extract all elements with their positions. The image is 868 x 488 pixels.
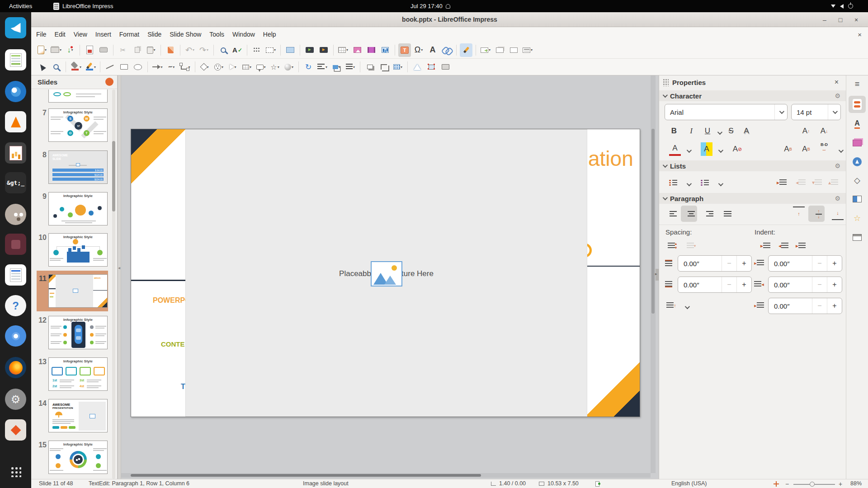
dropdown-arrow[interactable]: ▾	[489, 48, 491, 52]
stars-button[interactable]: ☆▾	[269, 60, 281, 74]
dropdown-arrow[interactable]: ▾	[222, 65, 223, 69]
dock-app-firefox[interactable]	[5, 357, 26, 378]
status-cursor-position[interactable]: 1.40 / 0.00	[499, 480, 526, 487]
tab-animation[interactable]: ☆	[851, 212, 863, 225]
underline-dropdown[interactable]	[713, 126, 725, 140]
insert-media-button[interactable]	[365, 43, 377, 57]
slide-thumbnail-9[interactable]: Infographic Style	[48, 192, 108, 225]
panel-grip-icon[interactable]	[663, 79, 669, 86]
dropdown-arrow[interactable]: ▾	[94, 65, 96, 69]
clone-formatting-button[interactable]	[164, 43, 177, 57]
zoom-in-button[interactable]: +	[839, 480, 842, 488]
redo-button[interactable]: ↷▾	[198, 43, 210, 57]
line-color-button[interactable]: ▾	[84, 60, 97, 74]
dropdown-arrow[interactable]: ▾	[401, 65, 402, 69]
slide-thumbnail-13[interactable]: Infographic Style 1st 3st 2st 4st	[48, 357, 108, 391]
zoom-slider-handle[interactable]	[810, 482, 815, 487]
crop-button[interactable]	[377, 60, 390, 74]
indent-after-increment[interactable]: +	[827, 277, 842, 292]
insert-image-button[interactable]	[351, 43, 363, 57]
decrease-font-size-button[interactable]: A↓	[818, 124, 830, 138]
dropdown-arrow[interactable]: ▾	[207, 48, 208, 52]
symbol-shapes-button[interactable]: ▾	[212, 60, 225, 74]
status-zoom-percent[interactable]: 88%	[850, 480, 862, 487]
start-from-first-slide-button[interactable]	[303, 43, 316, 57]
duplicate-slide-button[interactable]	[493, 43, 506, 57]
connectors-button[interactable]: ▾	[179, 60, 192, 74]
insert-line-button[interactable]	[104, 60, 116, 74]
tab-styles[interactable]: A	[851, 117, 863, 130]
dropdown-arrow[interactable]: ▾	[154, 48, 156, 52]
insert-table-button[interactable]: ▾	[337, 43, 349, 57]
underline-button[interactable]: U	[702, 124, 713, 138]
zoom-button[interactable]	[50, 60, 62, 74]
flowchart-button[interactable]: ▾	[241, 60, 253, 74]
slides-panel-splitter[interactable]: ◂	[118, 75, 121, 479]
fill-color-button[interactable]: ▾	[69, 60, 82, 74]
dock-app-impress-active[interactable]	[5, 142, 26, 164]
glue-points-button[interactable]	[425, 60, 438, 74]
status-layout-info[interactable]: Image slide layout	[303, 480, 349, 487]
dock-app-terminal[interactable]: &gt;_	[5, 172, 26, 193]
dropdown-arrow[interactable]: ▾	[346, 48, 348, 52]
paragraph-section-header[interactable]: Paragraph ⚙	[659, 193, 846, 204]
export-pdf-button[interactable]	[83, 43, 96, 57]
find-replace-button[interactable]	[217, 43, 230, 57]
zoom-out-button[interactable]: −	[785, 480, 789, 488]
horizontal-scrollbar-track[interactable]	[121, 473, 651, 478]
font-name-dropdown[interactable]	[774, 104, 787, 120]
dropdown-arrow[interactable]: ▾	[193, 48, 194, 52]
show-applications-button[interactable]	[5, 461, 26, 482]
select-button[interactable]	[36, 60, 48, 74]
menu-edit[interactable]: Edit	[51, 28, 70, 40]
menu-slide-show[interactable]: Slide Show	[165, 28, 205, 40]
character-section-header[interactable]: Character ⚙	[659, 90, 846, 101]
menu-format[interactable]: Format	[115, 28, 143, 40]
subscript-button[interactable]: AB	[800, 142, 812, 156]
spacing-below-increment[interactable]: +	[736, 277, 751, 292]
increase-font-size-button[interactable]: A↑	[800, 124, 812, 138]
dock-app-chromium[interactable]	[5, 325, 26, 347]
clear-formatting-button[interactable]: A⊘	[731, 142, 743, 156]
vertical-scrollbar-thumb[interactable]	[651, 129, 655, 314]
dropdown-arrow[interactable]: ▾	[60, 48, 61, 52]
font-size-dropdown[interactable]	[828, 104, 840, 120]
indent-before-increment[interactable]: +	[827, 256, 842, 271]
dock-app-gimp[interactable]	[5, 204, 26, 225]
dock-app-help[interactable]: ?	[5, 295, 26, 316]
shadow-button[interactable]: A	[741, 124, 752, 138]
slide-page[interactable]: ation POWERPO CONTE T Placeabb Your Pict…	[131, 129, 640, 417]
slides-panel-close-button[interactable]	[105, 78, 113, 86]
slide-thumbnail-11-selected[interactable]: ation	[48, 274, 108, 308]
dock-app-software[interactable]	[5, 419, 26, 441]
dropdown-arrow[interactable]: ▾	[292, 65, 293, 69]
special-character-button[interactable]: Ω▾	[412, 43, 425, 57]
callouts-button[interactable]: ▾	[255, 60, 267, 74]
dock-app-vscode[interactable]	[5, 17, 26, 38]
italic-button[interactable]: I	[685, 124, 697, 138]
menu-tools[interactable]: Tools	[205, 28, 228, 40]
lines-and-arrows-button[interactable]: ▾	[151, 60, 164, 74]
display-grid-button[interactable]	[250, 43, 263, 57]
collapse-left-arrow-icon[interactable]: ◂	[118, 265, 120, 270]
system-status-menu[interactable]	[831, 0, 853, 12]
spacing-below-decrement[interactable]: −	[722, 277, 736, 292]
rotate-button[interactable]: ↻	[302, 60, 315, 74]
move-down-button-disabled[interactable]: ▾	[811, 176, 823, 189]
menu-help[interactable]: Help	[259, 28, 280, 40]
minimize-button[interactable]: –	[819, 15, 830, 24]
show-draw-functions-button-active[interactable]	[460, 43, 472, 57]
maximize-button[interactable]: □	[835, 15, 846, 24]
window-titlebar[interactable]: book.pptx - LibreOffice Impress – □ ×	[31, 12, 868, 27]
rename-slide-button[interactable]	[507, 43, 520, 57]
unordered-list-button[interactable]	[667, 176, 679, 189]
hyperlink-button[interactable]	[440, 43, 453, 57]
tab-master-slides[interactable]	[851, 231, 863, 244]
basic-shapes-button[interactable]: ▾	[198, 60, 211, 74]
character-spacing-dropdown[interactable]	[835, 144, 846, 158]
tab-gallery[interactable]	[851, 136, 863, 149]
status-object-size[interactable]: 10.53 x 7.50	[547, 480, 579, 487]
slide-thumbnail-14[interactable]: AWESOME PRESENTATION	[48, 399, 108, 432]
3d-objects-button[interactable]: ▾	[283, 60, 295, 74]
paste-button[interactable]: ▾	[145, 43, 157, 57]
